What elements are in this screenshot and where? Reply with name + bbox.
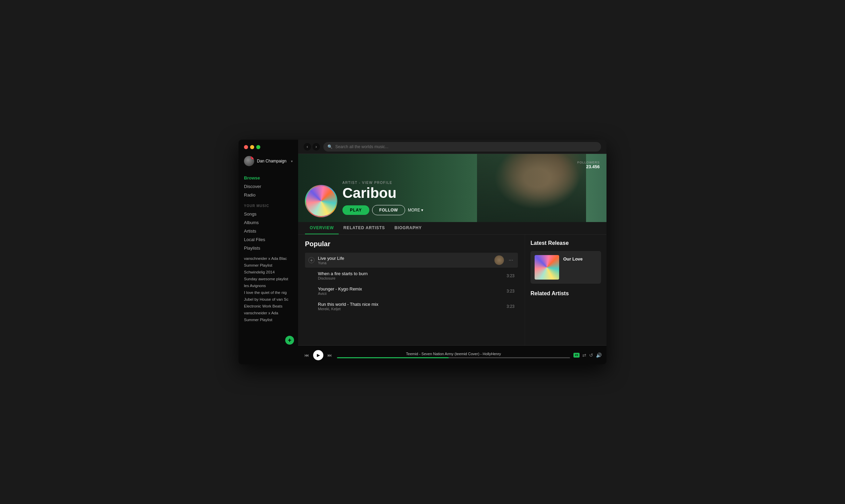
list-item[interactable]: vanschneider x Ada: [244, 310, 293, 316]
track-artist: Mereki, Keljet: [318, 307, 503, 311]
artist-name: Caribou: [342, 186, 423, 200]
list-item[interactable]: vanschneider x Ada Blac: [244, 255, 293, 262]
sidebar-top: 1 Dan Champaign ▾: [239, 140, 298, 171]
track-duration: 3:23: [507, 304, 514, 309]
tabs-bar: OVERVIEW RELATED ARTISTS BIOGRAPHY: [298, 222, 606, 235]
track-info: Live your Life Yuna: [318, 256, 491, 265]
release-cover: [535, 255, 559, 280]
your-music-label: YOUR MUSIC: [244, 204, 293, 208]
hero-section: ARTIST - VIEW PROFILE Caribou PLAY FOLLO…: [298, 154, 606, 222]
progress-bar[interactable]: [337, 357, 570, 358]
user-name: Dan Champaign: [257, 159, 287, 163]
player-controls: ⏮ ▶ ⏭: [303, 350, 334, 360]
hero-buttons: PLAY FOLLOW MORE ▾: [342, 205, 423, 215]
tab-biography[interactable]: BIOGRAPHY: [390, 222, 427, 234]
list-item[interactable]: les Avignons: [244, 282, 293, 289]
track-name: Younger - Kygo Remix: [318, 286, 503, 292]
sidebar: 1 Dan Champaign ▾ Browse Discover Radio …: [239, 140, 298, 364]
sidebar-item-local-files[interactable]: Local Files: [244, 235, 293, 244]
search-input[interactable]: [335, 144, 597, 149]
artist-label: ARTIST - VIEW PROFILE: [342, 181, 423, 185]
player-track-name: Teemid - Seven Nation Army (teemid Cover…: [406, 352, 501, 356]
latest-release-card[interactable]: Our Love: [531, 251, 601, 284]
user-profile[interactable]: 1 Dan Champaign ▾: [244, 154, 293, 168]
follow-button[interactable]: FOLLOW: [372, 205, 405, 215]
sidebar-item-browse[interactable]: Browse: [244, 174, 293, 182]
sidebar-item-songs[interactable]: Songs: [244, 210, 293, 218]
track-info: Younger - Kygo Remix Avicii: [318, 286, 503, 296]
main-content: Popular + Live your Life Yuna ···: [298, 235, 525, 345]
back-button[interactable]: ‹: [304, 143, 311, 151]
list-item[interactable]: I love the quiet of the nig: [244, 289, 293, 296]
sidebar-item-albums[interactable]: Albums: [244, 218, 293, 227]
content-area: ‹ › 🔍: [298, 140, 606, 364]
add-track-button[interactable]: +: [308, 257, 314, 263]
sidebar-item-playlists[interactable]: Playlists: [244, 244, 293, 252]
more-options-icon[interactable]: ···: [507, 257, 514, 263]
search-bar: 🔍: [323, 142, 601, 152]
track-name: Live your Life: [318, 256, 491, 261]
table-row[interactable]: + Live your Life Yuna ···: [305, 253, 518, 268]
list-item[interactable]: Electronic Work Beats: [244, 303, 293, 310]
track-artist: Yuna: [318, 261, 491, 265]
content-body: Popular + Live your Life Yuna ···: [298, 235, 606, 345]
table-row[interactable]: When a fire starts to burn Disclosure 3:…: [305, 268, 518, 283]
notification-badge: 1: [251, 156, 254, 159]
artist-image: [305, 185, 337, 217]
track-duration: 3:23: [507, 273, 514, 278]
sidebar-item-artists[interactable]: Artists: [244, 227, 293, 235]
repeat-icon[interactable]: ↺: [589, 352, 593, 358]
track-info: When a fire starts to burn Disclosure: [318, 271, 503, 280]
table-row[interactable]: Run this world - Thats nice mix Mereki, …: [305, 299, 518, 314]
popular-title: Popular: [305, 240, 518, 248]
play-button[interactable]: PLAY: [342, 205, 369, 215]
list-item[interactable]: Sunday awesome playlist: [244, 275, 293, 282]
queue-badge: 23: [573, 353, 580, 358]
tab-overview[interactable]: OVERVIEW: [305, 222, 339, 234]
close-button[interactable]: [244, 145, 248, 149]
player-bar: ⏮ ▶ ⏭ Teemid - Seven Nation Army (teemid…: [298, 345, 606, 364]
track-list: + Live your Life Yuna ···: [305, 253, 518, 314]
volume-icon[interactable]: 🔊: [596, 352, 602, 358]
list-item[interactable]: Jubel by House of van Sc: [244, 296, 293, 303]
maximize-button[interactable]: [256, 145, 260, 149]
progress-bar-fill: [337, 357, 449, 358]
previous-button[interactable]: ⏮: [303, 351, 310, 359]
table-row[interactable]: Younger - Kygo Remix Avicii 3:23: [305, 284, 518, 298]
play-pause-button[interactable]: ▶: [313, 350, 323, 360]
track-name: Run this world - Thats nice mix: [318, 302, 503, 307]
list-item[interactable]: Summer Playlist: [244, 262, 293, 269]
player-right-controls: 23 ⇄ ↺ 🔊: [573, 352, 602, 358]
chevron-down-icon: ▾: [291, 159, 293, 163]
track-info: Run this world - Thats nice mix Mereki, …: [318, 302, 503, 311]
player-track-info: Teemid - Seven Nation Army (teemid Cover…: [337, 352, 570, 358]
related-artists-title: Related Artists: [531, 290, 601, 297]
track-artist: Avicii: [318, 292, 503, 296]
track-artist: Disclosure: [318, 276, 503, 280]
chevron-down-icon: ▾: [421, 208, 423, 212]
sidebar-playlists: vanschneider x Ada Blac Summer Playlist …: [239, 255, 298, 323]
main-layout: 1 Dan Champaign ▾ Browse Discover Radio …: [239, 140, 606, 364]
minimize-button[interactable]: [250, 145, 254, 149]
app-window: 1 Dan Champaign ▾ Browse Discover Radio …: [239, 140, 606, 364]
artist-circle: [305, 185, 337, 217]
more-button[interactable]: MORE ▾: [408, 208, 423, 212]
track-name: When a fire starts to burn: [318, 271, 503, 276]
search-icon: 🔍: [327, 144, 333, 149]
release-info: Our Love: [563, 255, 583, 262]
sidebar-item-radio[interactable]: Radio: [244, 191, 293, 199]
tab-related-artists[interactable]: RELATED ARTISTS: [339, 222, 390, 234]
list-item[interactable]: Schwindelig 2014: [244, 269, 293, 275]
sidebar-item-discover[interactable]: Discover: [244, 182, 293, 191]
release-title: Our Love: [563, 256, 583, 262]
list-item[interactable]: Summer Playlist: [244, 316, 293, 323]
forward-button[interactable]: ›: [312, 143, 320, 151]
add-playlist-button[interactable]: +: [285, 336, 294, 345]
track-duration: 3:23: [507, 289, 514, 294]
followers-number: 23.456: [577, 164, 600, 169]
avatar: 1: [244, 156, 254, 166]
shuffle-icon[interactable]: ⇄: [582, 352, 586, 358]
track-avatar: [494, 255, 504, 265]
sidebar-nav: Browse Discover Radio YOUR MUSIC Songs A…: [239, 171, 298, 255]
next-button[interactable]: ⏭: [326, 351, 334, 359]
